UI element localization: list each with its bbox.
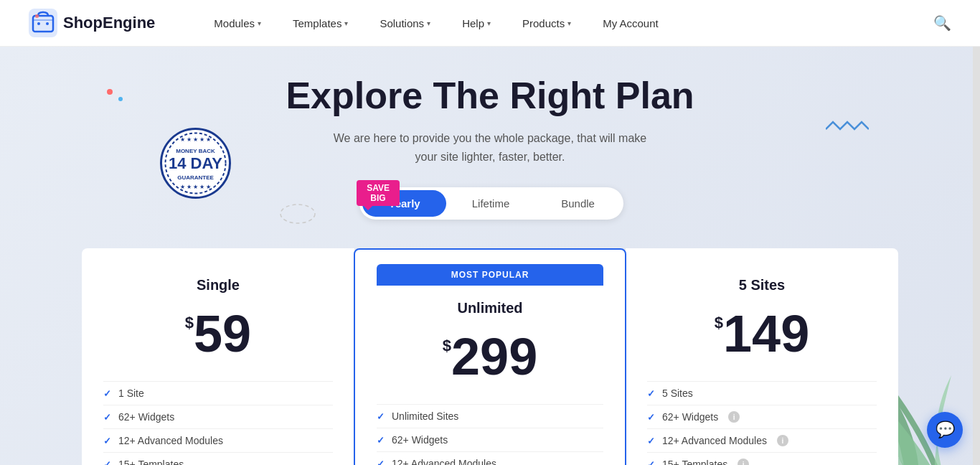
single-features: ✓ 1 Site ✓ 62+ Widgets ✓ 12+ Advanced Mo… bbox=[103, 381, 333, 465]
chevron-down-icon: ▾ bbox=[427, 19, 430, 27]
plan-unlimited: MOST POPULAR Unlimited $ 299 ✓ Unlimited… bbox=[354, 248, 626, 465]
chat-icon: 💬 bbox=[936, 421, 955, 439]
currency-5sites: $ bbox=[715, 314, 723, 332]
check-icon: ✓ bbox=[103, 388, 111, 399]
check-icon: ✓ bbox=[647, 388, 655, 399]
toggle-bundle[interactable]: Bundle bbox=[535, 190, 621, 217]
logo[interactable]: ShopEngine bbox=[29, 9, 155, 37]
logo-icon bbox=[29, 9, 57, 37]
check-icon: ✓ bbox=[103, 436, 111, 446]
amount-single: 59 bbox=[194, 308, 251, 360]
list-item: ✓ 5 Sites bbox=[647, 381, 877, 405]
list-item: ✓ Unlimited Sites bbox=[377, 404, 603, 428]
list-item: ✓ 62+ Widgets i bbox=[647, 405, 877, 428]
check-icon: ✓ bbox=[103, 412, 111, 423]
chevron-down-icon: ▾ bbox=[487, 19, 491, 27]
plan-single-name: Single bbox=[103, 277, 333, 293]
hero-title: Explore The Right Plan bbox=[0, 75, 980, 116]
svg-point-5 bbox=[107, 89, 113, 95]
chevron-down-icon: ▾ bbox=[258, 19, 261, 27]
plan-5sites: 5 Sites $ 149 ✓ 5 Sites ✓ 62+ Widgets i … bbox=[626, 248, 898, 465]
plan-5sites-price: $ 149 bbox=[647, 308, 877, 360]
info-icon[interactable]: i bbox=[738, 459, 749, 465]
5sites-features: ✓ 5 Sites ✓ 62+ Widgets i ✓ 12+ Advanced… bbox=[647, 381, 877, 465]
check-icon: ✓ bbox=[377, 411, 385, 422]
plan-single: Single $ 59 ✓ 1 Site ✓ 62+ Widgets ✓ 12+… bbox=[82, 248, 354, 465]
deco-zigzag bbox=[826, 118, 869, 136]
info-icon[interactable]: i bbox=[728, 411, 740, 423]
list-item: ✓ 1 Site bbox=[103, 381, 333, 405]
scrollbar[interactable] bbox=[973, 0, 980, 465]
list-item: ✓ 12+ Advanced Modules i bbox=[647, 428, 877, 452]
check-icon: ✓ bbox=[647, 459, 655, 465]
amount-unlimited: 299 bbox=[451, 331, 537, 382]
deco-circle-outline bbox=[280, 203, 316, 227]
svg-text:MONEY BACK: MONEY BACK bbox=[176, 148, 215, 154]
unlimited-features: ✓ Unlimited Sites ✓ 62+ Widgets ✓ 12+ Ad… bbox=[377, 404, 603, 465]
toggle-lifetime[interactable]: Lifetime bbox=[446, 190, 536, 217]
hero-section: ★ ★ ★ ★ ★ MONEY BACK 14 DAY GUARANTEE ★ … bbox=[0, 47, 980, 465]
header: ShopEngine Modules ▾ Templates ▾ Solutio… bbox=[0, 0, 980, 47]
toggle-area: SAVE BIG Yearly Lifetime Bundle bbox=[357, 187, 623, 248]
main-nav: Modules ▾ Templates ▾ Solutions ▾ Help ▾… bbox=[198, 0, 933, 47]
currency-single: $ bbox=[185, 314, 194, 332]
amount-5sites: 149 bbox=[723, 308, 809, 360]
logo-text: ShopEngine bbox=[63, 14, 155, 32]
currency-unlimited: $ bbox=[443, 337, 451, 355]
deco-dots-red bbox=[106, 88, 128, 105]
list-item: ✓ 62+ Widgets bbox=[103, 405, 333, 428]
list-item: ✓ 15+ Templates i bbox=[647, 452, 877, 465]
svg-text:★ ★ ★ ★ ★: ★ ★ ★ ★ ★ bbox=[180, 184, 212, 190]
check-icon: ✓ bbox=[647, 412, 655, 423]
svg-point-3 bbox=[46, 22, 49, 25]
nav-modules[interactable]: Modules ▾ bbox=[198, 0, 277, 47]
list-item: ✓ 15+ Templates bbox=[103, 452, 333, 465]
svg-point-2 bbox=[37, 22, 40, 25]
list-item: ✓ 12+ Advanced Modules bbox=[103, 428, 333, 452]
nav-templates[interactable]: Templates ▾ bbox=[277, 0, 364, 47]
search-icon[interactable]: 🔍 bbox=[933, 14, 951, 32]
list-item: ✓ 62+ Widgets bbox=[377, 428, 603, 451]
pricing-cards: Single $ 59 ✓ 1 Site ✓ 62+ Widgets ✓ 12+… bbox=[0, 248, 980, 465]
check-icon: ✓ bbox=[647, 436, 655, 446]
svg-point-6 bbox=[118, 97, 123, 101]
plan-unlimited-price: $ 299 bbox=[377, 331, 603, 382]
svg-text:14 DAY: 14 DAY bbox=[169, 154, 222, 172]
nav-solutions[interactable]: Solutions ▾ bbox=[364, 0, 446, 47]
nav-my-account[interactable]: My Account bbox=[587, 0, 674, 47]
list-item: ✓ 12+ Advanced Modules bbox=[377, 451, 603, 465]
plan-5sites-name: 5 Sites bbox=[647, 277, 877, 293]
chat-bubble[interactable]: 💬 bbox=[927, 412, 963, 448]
svg-point-14 bbox=[281, 205, 315, 223]
svg-rect-4 bbox=[35, 14, 39, 18]
nav-products[interactable]: Products ▾ bbox=[507, 0, 587, 47]
chevron-down-icon: ▾ bbox=[344, 19, 348, 27]
svg-text:GUARANTEE: GUARANTEE bbox=[177, 174, 214, 181]
check-icon: ✓ bbox=[377, 459, 385, 465]
chevron-down-icon: ▾ bbox=[567, 19, 571, 27]
info-icon[interactable]: i bbox=[777, 435, 788, 446]
money-back-badge: ★ ★ ★ ★ ★ MONEY BACK 14 DAY GUARANTEE ★ … bbox=[158, 126, 233, 204]
save-big-badge: SAVE BIG bbox=[357, 180, 400, 206]
most-popular-label: MOST POPULAR bbox=[377, 264, 603, 286]
plan-unlimited-name: Unlimited bbox=[377, 300, 603, 316]
check-icon: ✓ bbox=[103, 459, 111, 465]
plan-single-price: $ 59 bbox=[103, 308, 333, 360]
check-icon: ✓ bbox=[377, 435, 385, 446]
nav-help[interactable]: Help ▾ bbox=[446, 0, 507, 47]
svg-text:★ ★ ★ ★ ★: ★ ★ ★ ★ ★ bbox=[180, 136, 212, 143]
